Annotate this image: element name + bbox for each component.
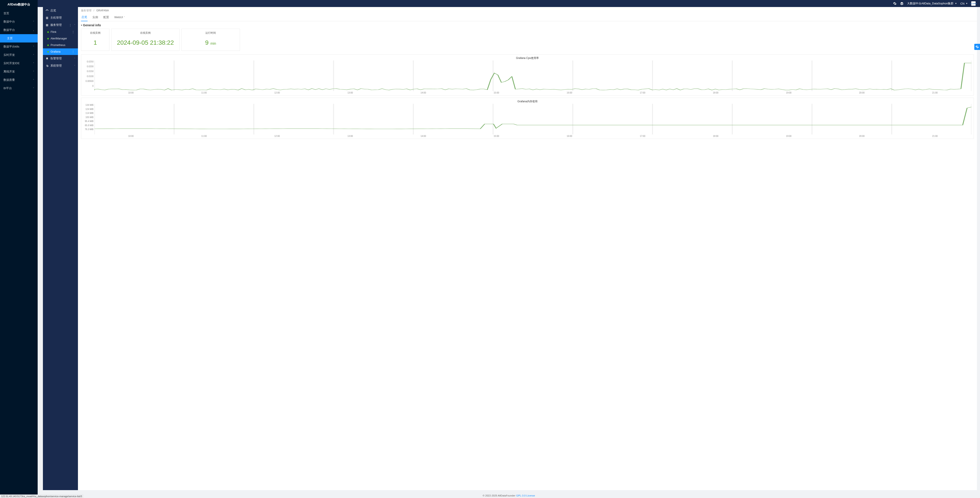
y-axis-labels: 134 MiB124 MiB114 MiB105 MiB95.4 MiB85.8… <box>81 104 94 130</box>
sidebar-item[interactable]: 首页 <box>0 9 38 18</box>
stat-unit: min <box>210 41 216 45</box>
secondary-subitem[interactable]: AlertManager <box>43 35 78 42</box>
primary-menu: 首页数据中台˅数据平台˄主页数据平台k8s˅实时开发˅实时开发IDE˅离线开发˅… <box>0 9 38 498</box>
chevron-icon: ˅ <box>33 21 34 23</box>
secondary-item-label: Grafana <box>51 50 70 53</box>
topbar: 大数据中台AllData_DataSophon集群 ▼ CN ▼ ALLDATA <box>38 0 980 7</box>
stat-title: 运行时间 <box>205 31 216 35</box>
cluster-name: 大数据中台AllData_DataSophon集群 <box>907 2 953 5</box>
more-icon[interactable]: ⋮ <box>72 50 75 53</box>
chevron-down-icon: ˅ <box>124 16 125 18</box>
sidebar-item[interactable]: 数据中台˅ <box>0 18 38 26</box>
secondary-item-label: 系统管理 <box>50 64 72 68</box>
sidebar-item-label: 数据平台k8s <box>3 45 19 49</box>
secondary-subitem[interactable]: Prometheus <box>43 42 78 48</box>
secondary-item-label: 主机管理 <box>50 16 75 20</box>
secondary-item-label: 服务管理 <box>50 23 67 27</box>
secondary-item[interactable]: 服务管理⋮˄ <box>43 21 78 29</box>
chevron-icon: ˅ <box>33 87 34 89</box>
stat-value: 2024-09-05 21:38:22 <box>117 39 174 46</box>
lang-selector[interactable]: CN ▼ <box>960 2 968 5</box>
sidebar-item-label: 主页 <box>7 37 13 40</box>
breadcrumb-current: GRAFANA <box>96 9 109 12</box>
status-dot-icon <box>47 45 49 46</box>
stat-value: 9 min <box>205 39 216 46</box>
chevron-icon: ˅ <box>33 46 34 48</box>
sidebar-item[interactable]: BI平台˅ <box>0 84 38 92</box>
caret-down-icon: ▼ <box>966 2 968 5</box>
status-dot-icon <box>47 31 49 33</box>
sidebar-primary: AllData数据中台 首页数据中台˅数据平台˄主页数据平台k8s˅实时开发˅实… <box>0 0 38 498</box>
sidebar-item-label: 实时开发 <box>3 53 15 57</box>
tab[interactable]: WebUI˅ <box>114 13 126 21</box>
copyright: © 2022-2025 AllDataFounder <box>483 494 515 497</box>
sidebar-item-label: 实时开发IDE <box>3 61 20 65</box>
host-icon <box>46 16 49 19</box>
secondary-subitem[interactable]: Grafana⋮ <box>43 48 78 55</box>
more-icon[interactable]: ⋮ <box>72 30 75 33</box>
license-link[interactable]: GPL-3.0 License <box>516 494 535 497</box>
chart-title: Grafana Cpu使用率 <box>81 56 974 60</box>
sidebar-item[interactable]: 数据平台˄ <box>0 26 38 34</box>
series-line <box>94 107 972 129</box>
x-axis-labels: 10:0011:0012:0013:0014:0015:0016:0017:00… <box>94 135 972 137</box>
chart-svg <box>94 104 972 134</box>
sidebar-item-label: 首页 <box>3 11 9 15</box>
sidebar-item[interactable]: 数据质量˅ <box>0 76 38 84</box>
layers-icon[interactable] <box>900 2 904 5</box>
brand-title: AllData数据中台 <box>0 0 38 9</box>
floating-settings-button[interactable] <box>974 44 980 50</box>
chart-title: Grafana内存使用 <box>81 99 974 104</box>
chevron-icon: ˅ <box>33 62 34 65</box>
secondary-item-label: Flink <box>51 30 70 33</box>
secondary-item[interactable]: 总览 <box>43 7 78 14</box>
chevron-down-icon: ˅ <box>74 57 75 60</box>
chevron-icon: ˅ <box>33 54 34 56</box>
content: 服务管理 / GRAFANA 总览实例配置WebUI˅ ▾ General in… <box>78 7 977 490</box>
breadcrumb: 服务管理 / GRAFANA <box>78 7 977 13</box>
y-axis-labels: 0.02500.02000.01500.01000.005000 <box>81 60 94 87</box>
secondary-item-label: 告警管理 <box>50 57 72 60</box>
secondary-item-label: AlertManager <box>51 37 75 40</box>
chevron-icon: ˅ <box>33 79 34 81</box>
chart-cpu: Grafana Cpu使用率 0.02500.02000.01500.01000… <box>81 54 974 95</box>
section-title: General info <box>83 24 101 27</box>
brand-badge[interactable]: ALLDATA <box>971 1 975 6</box>
sidebar-item-label: BI平台 <box>3 86 12 90</box>
sidebar-subitem[interactable]: 主页 <box>0 34 38 43</box>
secondary-item[interactable]: 告警管理˅ <box>43 55 78 62</box>
stat-cards: 在线实例1在线实例2024-09-05 21:38:22运行时间9 min <box>81 29 974 51</box>
gear-icon[interactable] <box>893 2 897 5</box>
sidebar-item-label: 数据质量 <box>3 78 15 82</box>
chevron-icon: ˅ <box>33 70 34 73</box>
chevron-down-icon: ˅ <box>74 65 75 67</box>
status-dot-icon <box>47 51 49 53</box>
lang-label: CN <box>960 2 964 5</box>
sidebar-item-label: 离线开发 <box>3 70 15 73</box>
stat-value: 1 <box>94 39 97 46</box>
sidebar-item[interactable]: 数据平台k8s˅ <box>0 43 38 51</box>
sidebar-item[interactable]: 离线开发˅ <box>0 67 38 76</box>
secondary-item[interactable]: 系统管理˅ <box>43 62 78 69</box>
section-header[interactable]: ▾ General info <box>81 24 974 27</box>
gear-icon <box>46 64 49 67</box>
sidebar-item[interactable]: 实时开发IDE˅ <box>0 59 38 67</box>
secondary-item[interactable]: 主机管理 <box>43 14 78 21</box>
sidebar-item[interactable]: 实时开发˅ <box>0 51 38 59</box>
tab[interactable]: 总览 <box>81 13 88 21</box>
chart-mem: Grafana内存使用 134 MiB124 MiB114 MiB105 MiB… <box>81 98 974 139</box>
sidebar-secondary: 总览主机管理服务管理⋮˄Flink⋮AlertManagerPrometheus… <box>43 7 78 490</box>
tab[interactable]: 实例 <box>92 13 99 21</box>
tab[interactable]: 配置 <box>103 13 110 21</box>
cluster-selector[interactable]: 大数据中台AllData_DataSophon集群 ▼ <box>907 2 957 5</box>
breadcrumb-parent[interactable]: 服务管理 <box>81 9 92 12</box>
more-icon[interactable]: ⋮ <box>69 24 72 27</box>
stat-title: 在线实例 <box>90 31 100 35</box>
stat-title: 在线实例 <box>140 31 151 35</box>
tab-label: 总览 <box>81 15 87 19</box>
chevron-icon: ˄ <box>33 29 34 31</box>
tab-label: 实例 <box>92 15 98 19</box>
chevron-up-icon: ˄ <box>74 24 75 26</box>
tab-label: 配置 <box>103 15 109 19</box>
secondary-subitem[interactable]: Flink⋮ <box>43 29 78 35</box>
